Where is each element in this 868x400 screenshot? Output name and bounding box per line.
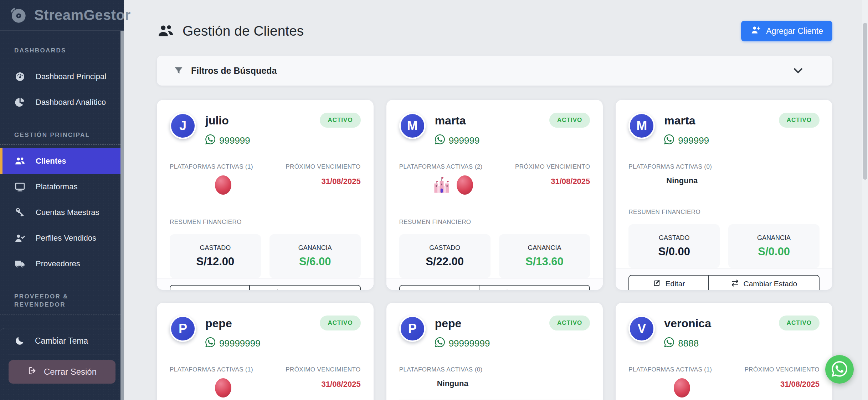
whatsapp-icon: [832, 361, 847, 378]
sidebar-item-proveedores[interactable]: Proveedores: [0, 251, 124, 277]
add-client-label: Agregar Cliente: [766, 26, 823, 36]
client-identity: pepe99999999: [205, 316, 261, 350]
add-client-button[interactable]: Agregar Cliente: [741, 21, 832, 41]
avatar: M: [399, 113, 426, 139]
platforms-section: PLATAFORMAS ACTIVAS (1)PRÓXIMO VENCIMIEN…: [628, 366, 820, 398]
profit-value: S/0.00: [732, 245, 816, 258]
profit-label: GANANCIA: [732, 234, 816, 242]
platform-red-ball-icon: [674, 378, 690, 398]
edit-button[interactable]: Editar: [170, 286, 250, 290]
platforms-column: PLATAFORMAS ACTIVAS (1): [170, 163, 277, 195]
sidebar-item-plataformas[interactable]: Plataformas: [0, 174, 124, 200]
sidebar-item-perfiles-vendidos[interactable]: Perfiles Vendidos: [0, 225, 124, 251]
sidebar-section-header: PROVEEDOR & REVENDEDOR: [14, 292, 111, 309]
filters-title: Filtros de Búsqueda: [191, 66, 277, 76]
financial-summary-label: RESUMEN FINANCIERO: [399, 219, 590, 226]
status-badge: ACTIVO: [549, 316, 590, 330]
sidebar-item-dashboard-principal[interactable]: Dashboard Principal: [0, 64, 124, 89]
client-card-header: Mmarta999999ACTIVO: [628, 113, 820, 147]
next-due-date: 31/08/2025: [515, 177, 590, 186]
users-icon: [14, 155, 26, 167]
sidebar-bottom-panel: Cambiar Tema Cerrar Sesión: [0, 328, 124, 400]
sidebar-item-clientes[interactable]: Clientes: [0, 148, 124, 174]
card-actions: EditarCambiar Estado: [399, 285, 590, 290]
change-state-button[interactable]: Cambiar Estado: [250, 286, 360, 290]
change-state-button[interactable]: Cambiar Estado: [479, 286, 589, 290]
profit-value: S/13.60: [503, 255, 587, 268]
client-phone-link[interactable]: 999999: [664, 134, 709, 147]
next-due-date: 31/08/2025: [286, 380, 360, 389]
client-name: julio: [205, 114, 250, 127]
gauge-icon: [14, 71, 26, 82]
platforms-column: PLATAFORMAS ACTIVAS (0)Ninguna: [628, 163, 735, 185]
client-identity: julio999999: [205, 113, 250, 147]
platform-castle-icon: [432, 176, 451, 194]
edit-button[interactable]: Editar: [629, 276, 709, 290]
sidebar-item-cuentas-maestras[interactable]: Cuentas Maestras: [0, 200, 124, 225]
client-card-body: Vveronica8888ACTIVOPLATAFORMAS ACTIVAS (…: [616, 303, 832, 400]
client-card-body: Mmarta999999ACTIVOPLATAFORMAS ACTIVAS (2…: [386, 100, 603, 278]
exchange-arrows-icon: [501, 289, 510, 290]
client-phone-link[interactable]: 99999999: [205, 337, 261, 350]
main-content: Gestión de Clientes Agregar Cliente Filt…: [124, 0, 868, 400]
client-phone-link[interactable]: 999999: [205, 134, 250, 147]
avatar: V: [628, 316, 655, 342]
platforms-label: PLATAFORMAS ACTIVAS (1): [170, 366, 277, 373]
spent-label: GASTADO: [403, 244, 487, 252]
change-state-label: Cambiar Estado: [744, 280, 797, 288]
logout-label: Cerrar Sesión: [44, 367, 97, 377]
app-name: StreamGestor: [34, 7, 131, 23]
client-card-body: Ppepe99999999ACTIVOPLATAFORMAS ACTIVAS (…: [386, 303, 603, 400]
whatsapp-fab[interactable]: [825, 355, 854, 384]
client-card-footer: EditarCambiar Estado: [386, 278, 603, 290]
sidebar-item-dashboard-anal-tico[interactable]: Dashboard Analítico: [0, 89, 124, 115]
financial-summary-label: RESUMEN FINANCIERO: [628, 209, 820, 216]
sidebar-item-label: Clientes: [36, 157, 66, 166]
sidebar-divider: [9, 354, 115, 354]
page-scrollbar-thumb[interactable]: [863, 23, 867, 180]
platform-icons: [170, 175, 277, 195]
logout-button[interactable]: Cerrar Sesión: [9, 360, 115, 384]
client-phone-link[interactable]: 999999: [435, 134, 480, 147]
client-phone-link[interactable]: 8888: [664, 337, 711, 350]
avatar: M: [628, 113, 655, 139]
client-phone-number: 999999: [219, 135, 250, 146]
platform-red-ball-icon: [457, 175, 473, 195]
sidebar-item-label: Proveedores: [36, 259, 80, 268]
platforms-label: PLATAFORMAS ACTIVAS (0): [628, 163, 735, 170]
client-card-footer: EditarCambiar Estado: [157, 278, 374, 290]
platforms-column: PLATAFORMAS ACTIVAS (0)Ninguna: [399, 366, 506, 388]
spent-value: S/0.00: [632, 245, 716, 258]
sidebar: StreamGestor DASHBOARDSDashboard Princip…: [0, 0, 124, 400]
moon-icon: [14, 335, 25, 346]
filters-panel[interactable]: Filtros de Búsqueda: [157, 56, 832, 86]
sidebar-item-label: Cuentas Maestras: [36, 208, 99, 217]
page-scrollbar[interactable]: [862, 0, 868, 400]
status-badge: ACTIVO: [779, 316, 820, 330]
client-card-body: Mmarta999999ACTIVOPLATAFORMAS ACTIVAS (0…: [616, 100, 832, 268]
disc-logo-icon: [9, 6, 28, 25]
client-card-header: Ppepe99999999ACTIVO: [170, 316, 361, 350]
theme-toggle[interactable]: Cambiar Tema: [0, 328, 124, 353]
page-title: Gestión de Clientes: [157, 22, 304, 40]
platforms-label: PLATAFORMAS ACTIVAS (2): [399, 163, 506, 170]
sidebar-scrollbar-thumb[interactable]: [120, 31, 124, 400]
pencil-square-icon: [423, 289, 432, 290]
client-card: Jjulio999999ACTIVOPLATAFORMAS ACTIVAS (1…: [157, 100, 374, 290]
client-card-header: Jjulio999999ACTIVO: [170, 113, 361, 147]
change-state-button[interactable]: Cambiar Estado: [709, 276, 819, 290]
app-logo: StreamGestor: [0, 0, 124, 31]
edit-button[interactable]: Editar: [400, 286, 479, 290]
client-phone-number: 999999: [449, 135, 480, 146]
card-divider: [628, 197, 820, 197]
client-phone-link[interactable]: 99999999: [435, 337, 490, 350]
chevron-down-icon[interactable]: [792, 64, 805, 77]
status-badge: ACTIVO: [549, 113, 590, 128]
platforms-column: PLATAFORMAS ACTIVAS (1): [170, 366, 277, 398]
card-divider: [170, 207, 361, 207]
users-icon: [157, 22, 175, 40]
sidebar-scrollbar[interactable]: [120, 31, 124, 400]
next-due-label: PRÓXIMO VENCIMIENTO: [515, 163, 590, 170]
platforms-none: Ninguna: [399, 379, 506, 388]
client-card-body: Ppepe99999999ACTIVOPLATAFORMAS ACTIVAS (…: [157, 303, 374, 400]
